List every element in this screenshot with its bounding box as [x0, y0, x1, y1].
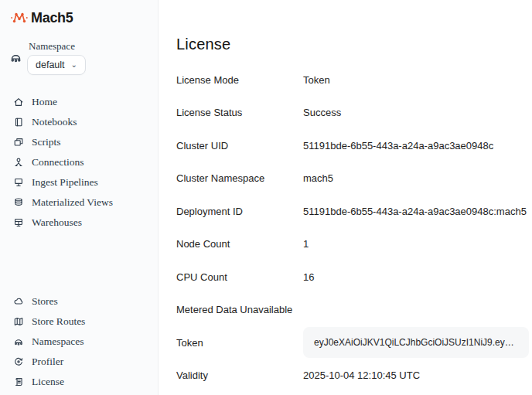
sidebar: Mach5 Namespace default ⌄ Home Notebooks… [0, 0, 159, 395]
ingest-icon [13, 177, 24, 188]
main-content: License License Mode Token License Statu… [159, 0, 532, 395]
sidebar-item-warehouses[interactable]: Warehouses [0, 213, 158, 233]
sidebar-item-label: Scripts [32, 136, 61, 148]
detail-row-validity: Validity 2025-10-04 12:10:45 UTC [176, 359, 532, 393]
chevron-down-icon: ⌄ [71, 61, 77, 69]
sidebar-item-store-routes[interactable]: Store Routes [0, 312, 158, 332]
detail-value: Success [303, 107, 341, 118]
sidebar-item-scripts[interactable]: Scripts [0, 132, 158, 152]
sidebar-item-label: Store Routes [32, 315, 85, 328]
sidebar-item-connections[interactable]: Connections [0, 152, 158, 172]
scroll-icon [13, 376, 24, 387]
sidebar-item-notebooks[interactable]: Notebooks [0, 112, 158, 132]
scripts-icon [13, 137, 24, 148]
page-title: License [176, 36, 532, 53]
sidebar-item-label: License [32, 376, 64, 388]
detail-row-license-mode: License Mode Token [176, 63, 532, 97]
detail-value: 16 [303, 271, 314, 283]
detail-row-license-status: License Status Success [176, 97, 532, 130]
detail-label: CPU Count [176, 271, 303, 283]
namespace-block: Namespace default ⌄ [0, 28, 158, 75]
sidebar-item-label: Profiler [32, 356, 63, 368]
license-details: License Mode Token License Status Succes… [176, 63, 532, 392]
detail-value: 1 [303, 238, 309, 250]
detail-value: Token [303, 74, 330, 86]
namespace-select[interactable]: default ⌄ [27, 55, 86, 75]
sidebar-item-profiler[interactable]: Profiler [0, 352, 158, 372]
detail-value: 51191bde-6b55-443a-a24a-a9ac3ae0948c [303, 140, 493, 152]
detail-label: Cluster UID [176, 140, 303, 152]
sidebar-item-label: Materialized Views [32, 196, 113, 209]
sidebar-item-label: Warehouses [32, 216, 82, 229]
notebook-icon [13, 117, 24, 128]
warehouse-icon [13, 217, 24, 228]
namespace-label: Namespace [27, 40, 86, 53]
map-icon [13, 316, 24, 327]
namespace-selected-value: default [36, 60, 65, 70]
detail-row-token: Token eyJ0eXAiOiJKV1QiLCJhbGciOiJSUzI1Ni… [176, 326, 532, 359]
home-icon [13, 97, 24, 107]
detail-row-cluster-uid: Cluster UID 51191bde-6b55-443a-a24a-a9ac… [176, 129, 532, 162]
detail-label: Token [176, 337, 303, 349]
sidebar-item-stores[interactable]: Stores [0, 291, 158, 312]
detail-row-metered-data-unavailable: Metered Data Unavailable [176, 294, 532, 327]
brand-logo[interactable]: Mach5 [0, 8, 158, 28]
detail-label: Node Count [176, 238, 303, 250]
sidebar-item-ingest-pipelines[interactable]: Ingest Pipelines [0, 172, 158, 192]
app-window: Mach5 Namespace default ⌄ Home Notebooks… [0, 0, 532, 395]
sidebar-item-label: Ingest Pipelines [32, 176, 98, 189]
detail-row-cpu-count: CPU Count 16 [176, 260, 532, 294]
detail-label: License Mode [176, 74, 303, 86]
brand-name: Mach5 [31, 10, 73, 26]
detail-label: Cluster Namespace [176, 172, 303, 184]
mach5-logo-icon [11, 9, 28, 26]
detail-row-deployment-id: Deployment ID 51191bde-6b55-443a-a24a-a9… [176, 195, 532, 228]
sidebar-item-label: Stores [32, 295, 58, 308]
sidebar-item-label: Connections [32, 156, 84, 169]
sidebar-item-license[interactable]: License [0, 372, 158, 392]
detail-value: 2025-10-04 12:10:45 UTC [303, 369, 420, 381]
detail-value: mach5 [303, 172, 333, 184]
mviews-icon [13, 197, 24, 208]
sidebar-item-label: Home [32, 96, 57, 108]
namespace-icon [9, 51, 22, 64]
cloud-icon [13, 296, 24, 307]
sidebar-item-label: Notebooks [32, 116, 77, 128]
detail-row-node-count: Node Count 1 [176, 228, 532, 261]
cluster-icon [13, 336, 24, 347]
detail-value: 51191bde-6b55-443a-a24a-a9ac3ae0948c:mac… [303, 206, 527, 217]
detail-label: License Status [176, 107, 303, 118]
sidebar-item-label: Namespaces [32, 335, 84, 348]
connections-icon [13, 157, 24, 168]
sidebar-item-materialized-views[interactable]: Materialized Views [0, 192, 158, 213]
profiler-icon [13, 356, 24, 367]
sidebar-item-namespaces[interactable]: Namespaces [0, 332, 158, 352]
sidebar-nav-top: Home Notebooks Scripts Connections Inges… [0, 92, 158, 233]
sidebar-nav-bottom: Stores Store Routes Namespaces Profiler … [0, 291, 158, 392]
token-value-box[interactable]: eyJ0eXAiOiJKV1QiLCJhbGciOiJSUzI1NiJ9.eyJ… [303, 327, 529, 358]
detail-row-cluster-namespace: Cluster Namespace mach5 [176, 162, 532, 196]
sidebar-item-home[interactable]: Home [0, 92, 158, 112]
detail-label: Validity [176, 369, 303, 381]
detail-label: Metered Data Unavailable [176, 304, 303, 315]
detail-label: Deployment ID [176, 206, 303, 217]
